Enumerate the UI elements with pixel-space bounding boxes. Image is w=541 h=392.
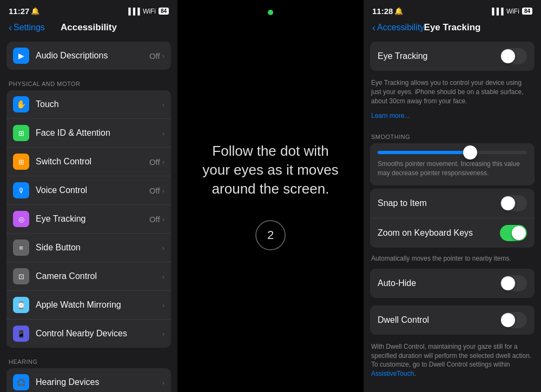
eye-tracking-list-icon: ◎: [13, 211, 29, 227]
apple-watch-icon: ⌚: [13, 297, 29, 313]
switch-control-item[interactable]: ⊞ Switch Control Off ›: [6, 148, 171, 176]
voice-control-label: Voice Control: [36, 185, 149, 195]
camera-control-item[interactable]: ⊡ Camera Control ›: [6, 262, 171, 291]
switch-control-value: Off: [149, 157, 160, 167]
follow-instructions: Follow the dot with your eyes as it move…: [177, 142, 364, 198]
hearing-devices-label: Hearing Devices: [36, 377, 162, 387]
hearing-group: 🎧 Hearing Devices › 🔊 Hearing Control Ce…: [6, 368, 171, 392]
voice-control-item[interactable]: 🎙 Voice Control Off ›: [6, 176, 171, 205]
status-icons-right: ▐▐▐ WiFi 84: [490, 8, 532, 15]
wifi-icon-right: WiFi: [506, 8, 519, 15]
voice-control-icon: 🎙: [13, 182, 29, 198]
touch-item[interactable]: ✋ Touch ›: [6, 90, 171, 119]
back-label-left: Settings: [14, 23, 45, 32]
switch-control-label: Switch Control: [36, 157, 149, 167]
eye-tracking-toggle[interactable]: [500, 48, 527, 64]
control-nearby-item[interactable]: 📱 Control Nearby Devices ›: [6, 320, 171, 348]
nav-bar-left: ‹ Settings Accessibility: [0, 19, 177, 37]
auto-hide-row[interactable]: Auto-Hide: [370, 269, 535, 298]
apple-watch-label: Apple Watch Mirroring: [36, 300, 162, 310]
time-left: 11:27: [9, 6, 29, 16]
switch-control-icon: ⊞: [13, 154, 29, 170]
voice-control-chevron: ›: [162, 187, 164, 195]
hearing-devices-item[interactable]: 🎧 Hearing Devices ›: [6, 368, 171, 392]
status-icons-left: ▐▐▐ WiFi 84: [126, 8, 169, 15]
dwell-control-row[interactable]: Dwell Control: [370, 305, 535, 335]
auto-hide-label: Auto-Hide: [378, 278, 500, 288]
hearing-devices-chevron: ›: [162, 378, 164, 387]
smoothing-slider-section: Smooths pointer movement. Increasing thi…: [370, 143, 535, 185]
left-panel: 11:27 🔔 ▐▐▐ WiFi 84 ‹ Settings Accessibi…: [0, 0, 177, 392]
camera-control-icon: ⊡: [13, 268, 29, 284]
faceid-label: Face ID & Attention: [36, 128, 162, 138]
voice-control-value: Off: [149, 186, 160, 195]
bell-icon-left: 🔔: [31, 7, 39, 15]
camera-control-label: Camera Control: [36, 271, 162, 281]
control-nearby-label: Control Nearby Devices: [36, 329, 162, 338]
eye-tracking-description: Eye Tracking allows you to control your …: [364, 74, 541, 112]
faceid-chevron: ›: [162, 129, 164, 137]
audio-descriptions-value: Off: [149, 51, 160, 61]
status-bar-right: 11:28 🔔 ▐▐▐ WiFi 84: [364, 0, 541, 19]
learn-more-link[interactable]: Learn more...: [364, 112, 541, 126]
page-title-left: Accessibility: [61, 22, 117, 33]
status-bar-left: 11:27 🔔 ▐▐▐ WiFi 84: [0, 0, 177, 19]
settings-list-left: ▶ Audio Descriptions Off › PHYSICAL AND …: [0, 37, 177, 392]
audio-descriptions-group: ▶ Audio Descriptions Off ›: [6, 42, 171, 70]
snap-zoom-section: Snap to Item Zoom on Keyboard Keys: [370, 189, 535, 248]
apple-watch-item[interactable]: ⌚ Apple Watch Mirroring ›: [6, 291, 171, 320]
physical-group: ✋ Touch › ⊞ Face ID & Attention › ⊞ Swit…: [6, 90, 171, 348]
snap-to-item-label: Snap to Item: [378, 198, 500, 208]
audio-descriptions-icon: ▶: [13, 48, 29, 64]
eye-tracking-toggle-row[interactable]: Eye Tracking: [370, 42, 535, 71]
side-button-item[interactable]: ≡ Side Button ›: [6, 234, 171, 262]
physical-section-header: PHYSICAL AND MOTOR: [0, 72, 177, 90]
eye-tracking-toggle-thumb: [501, 49, 515, 63]
side-button-label: Side Button: [36, 243, 162, 253]
eye-tracking-main-label: Eye Tracking: [378, 51, 500, 61]
snap-to-item-thumb: [501, 196, 515, 210]
center-panel: Follow the dot with your eyes as it move…: [177, 0, 364, 392]
back-button-right[interactable]: ‹ Accessibility: [372, 22, 424, 34]
audio-descriptions-item[interactable]: ▶ Audio Descriptions Off ›: [6, 42, 171, 70]
auto-hide-section: Auto-Hide: [370, 269, 535, 298]
audio-descriptions-label: Audio Descriptions: [36, 51, 149, 61]
side-button-icon: ≡: [13, 240, 29, 256]
battery-right: 84: [522, 8, 532, 15]
dwell-control-section: Dwell Control: [370, 305, 535, 335]
smoothing-slider-thumb[interactable]: [463, 145, 477, 160]
back-button-left[interactable]: ‹ Settings: [9, 22, 45, 34]
eye-tracking-list-label: Eye Tracking: [36, 214, 149, 224]
snap-to-item-row[interactable]: Snap to Item: [370, 189, 535, 218]
wifi-icon-left: WiFi: [143, 8, 156, 15]
control-nearby-icon: 📱: [13, 325, 29, 342]
camera-dot: [268, 10, 273, 15]
faceid-item[interactable]: ⊞ Face ID & Attention ›: [6, 119, 171, 148]
smoothing-slider-track[interactable]: [378, 151, 527, 154]
zoom-keyboard-toggle[interactable]: [500, 225, 527, 241]
assistive-touch-link[interactable]: AssistiveTouch: [371, 370, 414, 377]
faceid-icon: ⊞: [13, 125, 29, 141]
status-time-left: 11:27 🔔: [9, 6, 39, 16]
eye-tracking-list-item[interactable]: ◎ Eye Tracking Off ›: [6, 205, 171, 234]
time-right: 11:28: [372, 6, 393, 16]
apple-watch-chevron: ›: [162, 301, 164, 309]
zoom-keyboard-row[interactable]: Zoom on Keyboard Keys: [370, 218, 535, 248]
nav-bar-right: ‹ Accessibility Eye Tracking: [364, 19, 541, 37]
dwell-control-toggle[interactable]: [500, 312, 527, 328]
page-title-right: Eye Tracking: [424, 22, 481, 33]
touch-chevron: ›: [162, 101, 164, 109]
zoom-keyboard-label: Zoom on Keyboard Keys: [378, 228, 500, 238]
snap-description: Automatically moves the pointer to nearb…: [364, 251, 541, 269]
step-number-circle: 2: [255, 220, 286, 250]
back-chevron-left: ‹: [9, 22, 12, 34]
audio-descriptions-chevron: ›: [162, 52, 164, 60]
auto-hide-toggle[interactable]: [500, 275, 527, 291]
dwell-control-label: Dwell Control: [378, 315, 500, 325]
right-panel: 11:28 🔔 ▐▐▐ WiFi 84 ‹ Accessibility Eye …: [364, 0, 541, 392]
dwell-description: With Dwell Control, maintaining your gaz…: [364, 338, 541, 385]
auto-hide-thumb: [501, 276, 515, 290]
snap-to-item-toggle[interactable]: [500, 195, 527, 211]
hearing-devices-icon: 🎧: [13, 374, 29, 390]
side-button-chevron: ›: [162, 244, 164, 252]
